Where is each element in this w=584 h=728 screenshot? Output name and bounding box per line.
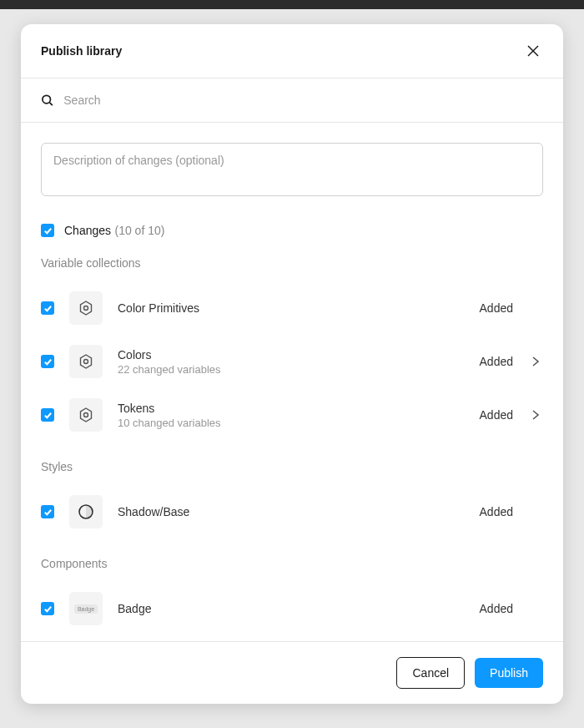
- variable-collection-icon: [69, 398, 103, 432]
- item-text: Colors 22 changed variables: [118, 348, 465, 376]
- checkmark-icon: [43, 604, 53, 614]
- section-variable-collections: Variable collections: [41, 256, 543, 270]
- close-button[interactable]: [523, 41, 543, 61]
- checkmark-icon: [43, 411, 53, 420]
- checkmark-icon: [43, 357, 53, 367]
- item-status: Added: [480, 602, 513, 615]
- variable-collection-icon: [69, 291, 103, 325]
- item-text: Tokens 10 changed variables: [118, 402, 465, 429]
- changes-label-group: Changes (10 of 10): [64, 223, 164, 238]
- changes-header: Changes (10 of 10): [41, 223, 543, 238]
- item-checkbox[interactable]: [41, 408, 54, 422]
- item-name: Color Primitives: [118, 301, 465, 315]
- item-text: Badge: [118, 602, 465, 615]
- item-status: Added: [480, 355, 513, 368]
- checkmark-icon: [43, 304, 53, 313]
- variable-collection-icon: [69, 345, 103, 378]
- search-icon: [41, 94, 53, 107]
- item-checkbox[interactable]: [41, 505, 54, 518]
- hexagon-icon: [78, 353, 94, 370]
- modal-footer: Cancel Publish: [21, 641, 563, 704]
- svg-marker-8: [81, 408, 92, 422]
- item-sub: 10 changed variables: [118, 417, 465, 429]
- item-checkbox[interactable]: [41, 301, 54, 315]
- modal-header: Publish library: [21, 24, 563, 78]
- changes-label: Changes: [64, 224, 111, 237]
- item-sub: 22 changed variables: [118, 363, 465, 376]
- modal-title: Publish library: [41, 44, 122, 58]
- item-colors[interactable]: Colors 22 changed variables Added: [41, 335, 543, 388]
- expand-button[interactable]: [528, 409, 543, 421]
- style-icon: [69, 495, 103, 528]
- svg-marker-6: [81, 355, 92, 368]
- item-status: Added: [480, 505, 513, 518]
- item-name: Colors: [118, 348, 465, 361]
- publish-library-modal: Publish library Changes (: [21, 24, 563, 704]
- component-preview: Badge: [69, 592, 103, 625]
- search-input[interactable]: [63, 94, 543, 107]
- cancel-button[interactable]: Cancel: [396, 657, 465, 689]
- section-components: Components: [41, 557, 543, 570]
- checkmark-icon: [43, 508, 53, 517]
- item-name: Shadow/Base: [118, 505, 465, 518]
- chevron-right-icon: [531, 409, 540, 421]
- item-status: Added: [480, 408, 513, 422]
- shadow-circle-icon: [77, 503, 95, 521]
- svg-marker-4: [81, 301, 92, 315]
- checkmark-icon: [43, 226, 53, 235]
- item-text: Shadow/Base: [118, 505, 465, 518]
- modal-body[interactable]: Changes (10 of 10) Variable collections …: [21, 123, 563, 641]
- description-input[interactable]: [41, 143, 543, 196]
- svg-point-7: [84, 360, 88, 364]
- chevron-right-icon: [531, 356, 540, 367]
- publish-button[interactable]: Publish: [475, 658, 543, 688]
- item-color-primitives[interactable]: Color Primitives Added: [41, 281, 543, 335]
- changes-count: (10 of 10): [115, 224, 165, 237]
- svg-line-3: [50, 103, 53, 105]
- expand-button[interactable]: [528, 356, 543, 367]
- badge-preview-label: Badge: [74, 604, 98, 614]
- svg-point-9: [84, 413, 88, 417]
- item-name: Tokens: [118, 402, 465, 415]
- item-shadow-base[interactable]: Shadow/Base Added: [41, 485, 543, 538]
- item-tokens[interactable]: Tokens 10 changed variables Added: [41, 388, 543, 442]
- close-icon: [526, 44, 540, 58]
- item-badge[interactable]: Badge Badge Added: [41, 582, 543, 635]
- hexagon-icon: [78, 300, 94, 316]
- item-name: Badge: [118, 602, 465, 615]
- item-checkbox[interactable]: [41, 602, 54, 615]
- svg-point-5: [84, 306, 88, 311]
- svg-point-2: [43, 95, 51, 104]
- item-status: Added: [480, 301, 513, 315]
- item-checkbox[interactable]: [41, 355, 54, 368]
- item-text: Color Primitives: [118, 301, 465, 315]
- hexagon-icon: [78, 407, 94, 423]
- search-row: [21, 78, 563, 123]
- changes-checkbox[interactable]: [41, 224, 54, 237]
- section-styles: Styles: [41, 460, 543, 473]
